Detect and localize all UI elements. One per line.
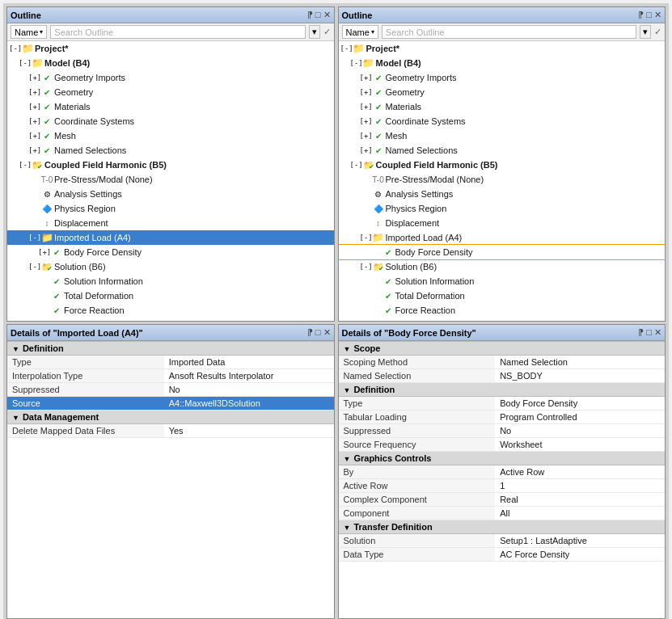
tree-item[interactable]: 🔷Physics Region xyxy=(7,201,334,216)
tree-item[interactable]: 🔷Physics Region xyxy=(339,201,666,216)
left-window-icon[interactable]: □ xyxy=(315,10,321,20)
detail-row[interactable]: SolutionSetup1 : LastAdaptive xyxy=(339,534,666,548)
tree-item[interactable]: [-]📁Imported Load (A4) xyxy=(7,230,334,245)
section-header-row[interactable]: ▼Transfer Definition xyxy=(339,520,666,534)
expand-icon[interactable]: [+] xyxy=(28,74,40,82)
collapse-icon[interactable]: [-] xyxy=(28,263,40,271)
tree-item[interactable]: ✔Body Force Density xyxy=(339,245,666,259)
expand-icon[interactable]: [+] xyxy=(28,117,40,125)
expand-icon[interactable]: [+] xyxy=(28,146,40,154)
tree-item[interactable]: [+]✔Mesh xyxy=(339,128,666,143)
left-search-box[interactable]: Search Outline xyxy=(50,25,305,39)
left-pin-icon[interactable]: ⁋ xyxy=(307,10,313,20)
tree-item[interactable]: [-]📁Model (B4) xyxy=(339,56,666,70)
tree-item[interactable]: [+]✔Geometry Imports xyxy=(7,70,334,85)
collapse-icon[interactable]: [-] xyxy=(350,161,361,169)
expand-icon[interactable]: [+] xyxy=(28,103,40,111)
collapse-icon[interactable]: [-] xyxy=(350,59,361,67)
detail-row[interactable]: Data TypeAC Force Density xyxy=(339,548,666,562)
collapse-icon[interactable]: [-] xyxy=(360,263,371,271)
right-details-window-icon[interactable]: □ xyxy=(646,327,652,338)
right-details-close-icon[interactable]: ✕ xyxy=(654,327,661,338)
tree-item[interactable]: [+]✔Coordinate Systems xyxy=(7,114,334,128)
right-search-go-icon[interactable]: ✓ xyxy=(654,27,661,37)
tree-item[interactable]: [-]📁Model (B4) xyxy=(7,56,334,70)
right-close-icon[interactable]: ✕ xyxy=(654,10,661,20)
tree-item[interactable]: [-] 📁 ✔ Coupled Field Harmonic (B5) xyxy=(339,158,666,172)
detail-row[interactable]: SourceA4::Maxwell3DSolution xyxy=(7,397,334,411)
right-search-dropdown-icon[interactable]: ▾ xyxy=(640,25,651,39)
tree-item[interactable]: [-] 📁 ✔ Coupled Field Harmonic (B5) xyxy=(7,158,334,172)
tree-item[interactable]: [+]✔Geometry xyxy=(339,85,666,99)
tree-item[interactable]: ✔Frequency Response xyxy=(339,318,666,321)
tree-item[interactable]: [+]✔Body Force Density xyxy=(7,245,334,259)
detail-row[interactable]: TypeBody Force Density xyxy=(339,397,666,411)
expand-icon[interactable]: [+] xyxy=(360,146,371,154)
tree-item[interactable]: ✔Frequency Response xyxy=(7,318,334,321)
tree-item[interactable]: ✔Total Deformation xyxy=(7,288,334,303)
expand-icon[interactable]: [+] xyxy=(28,132,40,140)
right-window-icon[interactable]: □ xyxy=(646,10,652,20)
expand-icon[interactable]: [+] xyxy=(360,132,371,140)
detail-row[interactable]: Delete Mapped Data FilesYes xyxy=(7,424,334,438)
detail-row[interactable]: Complex ComponentReal xyxy=(339,493,666,507)
detail-row[interactable]: Scoping MethodNamed Selection xyxy=(339,356,666,369)
tree-item[interactable]: ↕Displacement xyxy=(339,216,666,230)
tree-item[interactable]: [-]📁Project* xyxy=(7,41,334,56)
tree-item[interactable]: T-0Pre-Stress/Modal (None) xyxy=(7,172,334,187)
detail-row[interactable]: Source FrequencyWorksheet xyxy=(339,438,666,452)
collapse-icon[interactable]: [-] xyxy=(9,44,20,53)
collapse-icon[interactable]: [-] xyxy=(340,44,352,53)
detail-row[interactable]: Named SelectionNS_BODY xyxy=(339,369,666,383)
expand-icon[interactable]: [+] xyxy=(38,248,49,256)
collapse-icon[interactable]: [-] xyxy=(19,59,30,67)
detail-row[interactable]: ByActive Row xyxy=(339,465,666,479)
expand-icon[interactable]: [+] xyxy=(28,88,40,96)
right-details-pin-icon[interactable]: ⁋ xyxy=(638,327,644,338)
tree-item[interactable]: ✔Solution Information xyxy=(7,274,334,288)
tree-item[interactable]: T-0Pre-Stress/Modal (None) xyxy=(339,172,666,187)
detail-row[interactable]: ComponentAll xyxy=(339,507,666,520)
right-search-box[interactable]: Search Outline xyxy=(382,25,636,39)
tree-item[interactable]: [+]✔Geometry xyxy=(7,85,334,99)
expand-icon[interactable]: [+] xyxy=(360,103,371,111)
left-search-go-icon[interactable]: ✓ xyxy=(323,27,331,37)
tree-item[interactable]: [-]📁Imported Load (A4) xyxy=(339,230,666,245)
tree-item[interactable]: [+]✔Named Selections xyxy=(339,143,666,158)
section-header-row[interactable]: ▼Definition xyxy=(339,383,666,397)
section-header-row[interactable]: ▼Definition xyxy=(7,342,334,356)
right-name-dropdown[interactable]: Name ▾ xyxy=(342,25,378,39)
left-details-pin-icon[interactable]: ⁋ xyxy=(307,327,313,338)
tree-item[interactable]: [+]✔Materials xyxy=(7,99,334,114)
detail-row[interactable]: TypeImported Data xyxy=(7,356,334,369)
collapse-icon[interactable]: [-] xyxy=(19,161,30,169)
tree-item[interactable]: ✔Force Reaction xyxy=(7,303,334,318)
collapse-icon[interactable]: [-] xyxy=(28,234,40,242)
left-details-window-icon[interactable]: □ xyxy=(315,327,321,338)
tree-item[interactable]: ✔Force Reaction xyxy=(339,303,666,318)
expand-icon[interactable]: [+] xyxy=(360,88,371,96)
tree-item[interactable]: [+]✔Geometry Imports xyxy=(339,70,666,85)
section-header-row[interactable]: ▼Scope xyxy=(339,342,666,356)
tree-item[interactable]: [-] 📁 ✔ Solution (B6) xyxy=(7,259,334,274)
tree-item[interactable]: [+]✔Materials xyxy=(339,99,666,114)
detail-row[interactable]: Interpolation TypeAnsoft Results Interpo… xyxy=(7,369,334,383)
detail-row[interactable]: Active Row1 xyxy=(339,479,666,493)
tree-item[interactable]: [-]📁Project* xyxy=(339,41,666,56)
left-search-dropdown-icon[interactable]: ▾ xyxy=(309,25,320,39)
tree-item[interactable]: ✔Solution Information xyxy=(339,274,666,288)
tree-item[interactable]: ✔Total Deformation xyxy=(339,288,666,303)
tree-item[interactable]: ↕Displacement xyxy=(7,216,334,230)
collapse-icon[interactable]: [-] xyxy=(360,234,371,242)
tree-item[interactable]: [+]✔Named Selections xyxy=(7,143,334,158)
left-details-close-icon[interactable]: ✕ xyxy=(323,327,331,338)
tree-item[interactable]: ⚙Analysis Settings xyxy=(7,187,334,201)
detail-row[interactable]: Tabular LoadingProgram Controlled xyxy=(339,411,666,424)
expand-icon[interactable]: [+] xyxy=(360,74,371,82)
tree-item[interactable]: [+]✔Coordinate Systems xyxy=(339,114,666,128)
section-header-row[interactable]: ▼Data Management xyxy=(7,411,334,424)
expand-icon[interactable]: [+] xyxy=(360,117,371,125)
section-header-row[interactable]: ▼Graphics Controls xyxy=(339,452,666,465)
tree-item[interactable]: ⚙Analysis Settings xyxy=(339,187,666,201)
left-close-icon[interactable]: ✕ xyxy=(323,10,331,20)
